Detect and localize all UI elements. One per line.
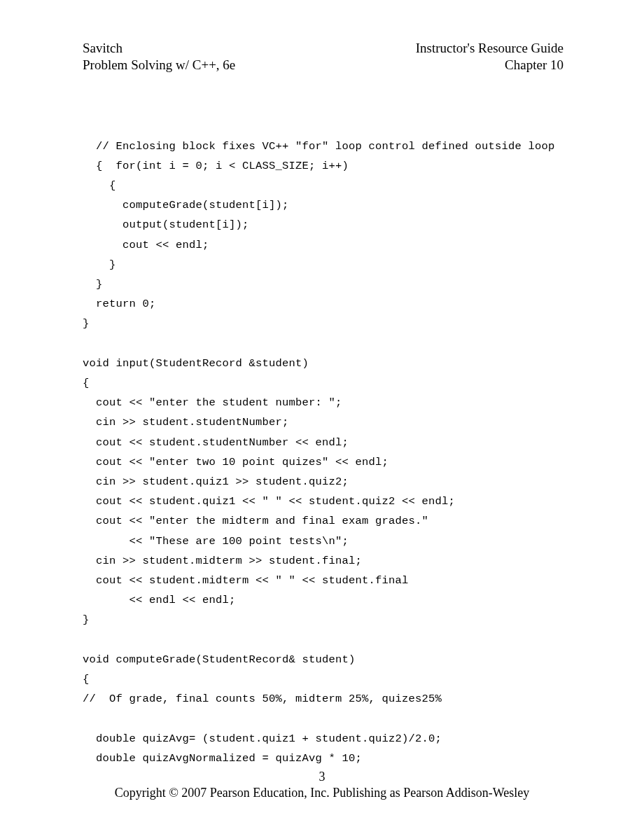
author-name: Savitch <box>83 40 235 57</box>
code-listing: // Enclosing block fixes VC++ "for" loop… <box>83 137 564 769</box>
header-left: Savitch Problem Solving w/ C++, 6e <box>83 40 235 74</box>
page-number: 3 <box>0 769 644 785</box>
copyright-text: Copyright © 2007 Pearson Education, Inc.… <box>0 785 644 801</box>
header-right: Instructor's Resource Guide Chapter 10 <box>416 40 564 74</box>
book-title: Problem Solving w/ C++, 6e <box>83 57 235 74</box>
page-header: Savitch Problem Solving w/ C++, 6e Instr… <box>83 40 564 74</box>
guide-title: Instructor's Resource Guide <box>416 40 564 57</box>
chapter-label: Chapter 10 <box>416 57 564 74</box>
page-content: Savitch Problem Solving w/ C++, 6e Instr… <box>0 0 644 768</box>
page-footer: 3 Copyright © 2007 Pearson Education, In… <box>0 769 644 800</box>
